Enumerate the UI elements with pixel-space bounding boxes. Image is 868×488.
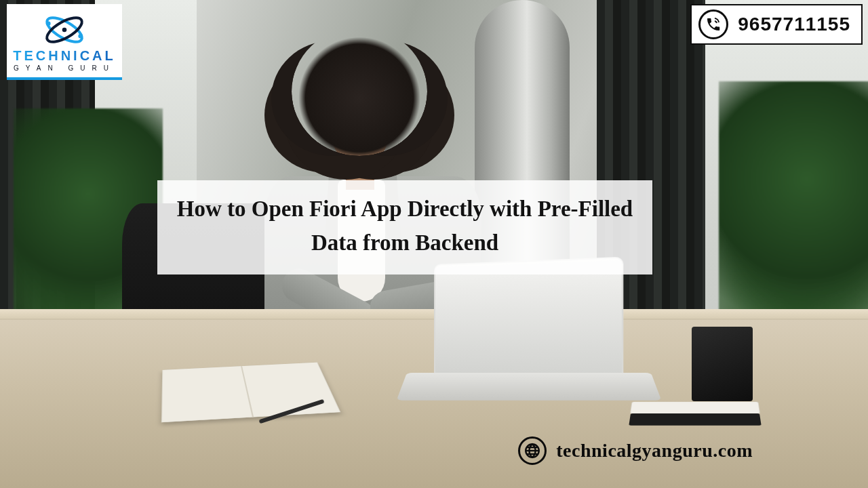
headline-line-1: How to Open Fiori App Directly with Pre-… bbox=[171, 192, 639, 226]
website-url: technicalgyanguru.com bbox=[556, 440, 753, 462]
banner-stage: TECHNICAL GYAN GURU 9657711155 How to Op… bbox=[0, 0, 868, 488]
headline-line-2: Data from Backend bbox=[171, 226, 639, 260]
svg-point-3 bbox=[46, 21, 51, 26]
logo-subtitle: GYAN GURU bbox=[14, 64, 115, 72]
desk-box bbox=[692, 327, 753, 401]
atom-icon bbox=[42, 13, 87, 47]
headline-overlay: How to Open Fiori App Directly with Pre-… bbox=[157, 180, 652, 274]
logo-title: TECHNICAL bbox=[13, 48, 116, 64]
stacked-books bbox=[629, 413, 761, 426]
paper-notebook bbox=[161, 362, 341, 422]
globe-icon bbox=[518, 436, 547, 465]
brand-logo: TECHNICAL GYAN GURU bbox=[7, 4, 122, 80]
phone-badge[interactable]: 9657711155 bbox=[690, 4, 863, 45]
laptop bbox=[407, 264, 651, 427]
phone-number: 9657711155 bbox=[738, 14, 850, 35]
website-link[interactable]: technicalgyanguru.com bbox=[518, 436, 753, 465]
svg-point-2 bbox=[62, 27, 67, 32]
svg-point-4 bbox=[78, 33, 83, 38]
phone-icon bbox=[698, 9, 728, 39]
